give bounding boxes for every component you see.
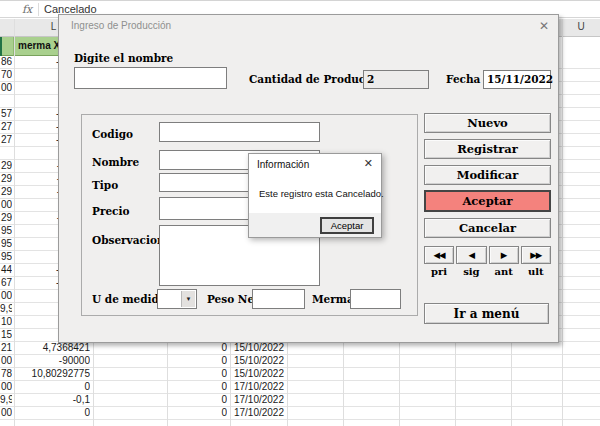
green-cell[interactable] — [0, 37, 14, 56]
sheet-cell: 86 — [0, 56, 12, 68]
sheet-row[interactable]: 00-90000015/10/2022 — [0, 355, 600, 368]
nav-group-ant: ▶ant — [489, 246, 519, 277]
sheet-cell: 17/10/2022 — [230, 394, 284, 406]
sheet-cell: 29 — [0, 186, 12, 198]
sheet-cell: 57 — [0, 108, 12, 120]
sheet-cell: 29 — [0, 173, 12, 185]
sheet-cell: 29 — [0, 212, 12, 224]
sheet-cell: 4,7368421 — [16, 342, 90, 354]
nombre-label: Nombre — [92, 156, 139, 168]
fx-icon[interactable]: fx — [22, 3, 32, 16]
sheet-cell: 0 — [169, 381, 227, 393]
gridline — [562, 19, 563, 426]
modificar-button[interactable]: Modificar — [424, 165, 551, 185]
dialog-message: Este registro esta Cancelado. — [259, 188, 384, 199]
sheet-cell: -0,1 — [16, 394, 90, 406]
sheet-cell: 0 — [169, 368, 227, 380]
nav-ant-button[interactable]: ▶ — [489, 246, 519, 264]
sheet-cell: 9,9 — [0, 394, 12, 406]
name-label: Digite el nombre — [74, 52, 173, 64]
merma-label: Merma — [312, 293, 354, 305]
sheet-cell: 00 — [0, 381, 12, 393]
sheet-row[interactable]: 7810,80292775015/10/2022 — [0, 368, 600, 381]
informacion-dialog: Información ✕ Este registro esta Cancela… — [248, 153, 382, 238]
nav-ult-button[interactable]: ▶▶ — [521, 246, 551, 264]
sheet-row[interactable]: 000017/10/2022 — [0, 381, 600, 394]
sheet-cell: 27 — [0, 134, 12, 146]
sheet-cell: 10 — [0, 316, 12, 328]
sheet-cell: 17/10/2022 — [230, 407, 284, 419]
sheet-cell: 0 — [169, 407, 227, 419]
name-input[interactable] — [74, 67, 227, 89]
nav-group-ult: ▶▶ult — [521, 246, 551, 277]
codigo-label: Codigo — [92, 128, 133, 140]
sheet-cell: 0 — [169, 394, 227, 406]
sheet-cell: 67 — [0, 277, 12, 289]
date-label: Fecha — [446, 73, 480, 85]
nav-label-ant: ant — [489, 266, 519, 277]
sheet-cell: 00 — [0, 82, 12, 94]
close-icon[interactable]: ✕ — [364, 157, 373, 170]
sheet-cell: 95 — [0, 238, 12, 250]
selection-border — [0, 37, 2, 56]
gridline — [14, 19, 15, 426]
sheet-cell: 0 — [16, 381, 90, 393]
sheet-cell: -90000 — [16, 355, 90, 367]
nuevo-button[interactable]: Nuevo — [424, 113, 551, 133]
sheet-cell: 70 — [0, 69, 12, 81]
sheet-row[interactable]: 9,9-0,1017/10/2022 — [0, 394, 600, 407]
peso-neto-input[interactable] — [252, 289, 305, 309]
sheet-cell: 00 — [0, 199, 12, 211]
nav-sig-button[interactable]: ◀ — [456, 246, 486, 264]
qty-input[interactable]: 2 — [363, 70, 429, 89]
sheet-cell: 78 — [0, 368, 12, 380]
sheet-cell: 95 — [0, 251, 12, 263]
nav-label-ult: ult — [521, 266, 551, 277]
ir-a-menu-button[interactable]: Ir a menú — [424, 303, 549, 324]
nav-group-pri: ◀◀pri — [424, 246, 454, 277]
u-medida-select[interactable]: ▼ — [157, 289, 197, 309]
sheet-cell: 00 — [0, 290, 12, 302]
sheet-cell: 27 — [0, 121, 12, 133]
cancelar-button[interactable]: Cancelar — [424, 218, 551, 238]
nav-label-sig: sig — [456, 266, 486, 277]
sheet-cell: 0 — [169, 342, 227, 354]
sheet-cell: 10,80292775 — [16, 368, 90, 380]
record-navigation: ◀◀pri◀sig▶ant▶▶ult — [424, 246, 551, 277]
sheet-cell: 15 — [0, 329, 12, 341]
sheet-cell: 15/10/2022 — [230, 355, 284, 367]
dialog-aceptar-button[interactable]: Aceptar — [320, 217, 374, 234]
sheet-cell: 15/10/2022 — [230, 368, 284, 380]
sheet-cell: 29 — [0, 160, 12, 172]
codigo-input[interactable] — [159, 122, 320, 142]
sheet-cell: 44 — [0, 264, 12, 276]
sheet-cell: 9,9 — [0, 303, 12, 315]
nav-group-sig: ◀sig — [456, 246, 486, 277]
sheet-row[interactable]: 000017/10/2022 — [0, 407, 600, 420]
dialog-title: Información — [257, 159, 309, 170]
merma-input[interactable] — [350, 289, 401, 309]
excel-window: fx Cancelado L U merma X 86-142,85700057… — [0, 0, 600, 426]
tipo-label: Tipo — [92, 179, 118, 191]
u-medida-label: U de medida — [92, 293, 166, 305]
sheet-cell: 0 — [16, 407, 90, 419]
close-icon[interactable]: ✕ — [539, 19, 549, 33]
sheet-cell: 95 — [0, 225, 12, 237]
aceptar-button[interactable]: Aceptar — [424, 190, 551, 212]
sheet-cell: 17/10/2022 — [230, 381, 284, 393]
sheet-cell: 00 — [0, 355, 12, 367]
sheet-row[interactable]: 214,7368421015/10/2022 — [0, 342, 600, 355]
form-title: Ingreso de Producción — [71, 20, 171, 31]
divider — [38, 3, 39, 16]
date-input[interactable]: 15/11/2022 — [483, 70, 551, 89]
sheet-cell: 21 — [0, 342, 12, 354]
registrar-button[interactable]: Registrar — [424, 139, 551, 159]
sheet-cell: 00 — [0, 407, 12, 419]
column-header-U[interactable]: U — [562, 21, 600, 32]
chevron-down-icon[interactable]: ▼ — [181, 291, 195, 307]
precio-label: Precio — [92, 205, 130, 217]
sheet-cell: 15/10/2022 — [230, 342, 284, 354]
sheet-cell: 0 — [169, 355, 227, 367]
nav-label-pri: pri — [424, 266, 454, 277]
nav-pri-button[interactable]: ◀◀ — [424, 246, 454, 264]
